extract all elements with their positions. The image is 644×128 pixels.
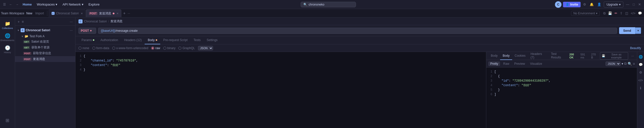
request-item-send[interactable]: POST 发送消息 — [15, 56, 75, 62]
panel-new-button[interactable]: + — [17, 19, 20, 24]
tab-body[interactable]: Body — [145, 36, 160, 44]
search-input[interactable] — [309, 3, 346, 6]
option-none[interactable]: none — [78, 46, 89, 50]
tab-request-close[interactable]: ✕ — [116, 12, 118, 15]
folder-chevron-icon: ▼ — [21, 35, 24, 38]
send-button[interactable]: Send — [619, 27, 635, 34]
environment-selector[interactable]: No Environment ▾ — [571, 11, 600, 16]
option-urlencoded[interactable]: x-www-form-urlencoded — [112, 46, 148, 50]
panel-more-button[interactable]: ··· — [69, 19, 73, 24]
beautify-button[interactable]: Beautify — [630, 46, 641, 50]
sidebar-item-collections[interactable]: 📁 Collections — [2, 20, 13, 31]
toolbar-share-icon[interactable]: ⇧ — [619, 10, 624, 16]
option-form-data[interactable]: form-data — [92, 46, 109, 50]
nav-explore[interactable]: Explore — [87, 2, 102, 7]
navbar: ☰ ← → Home Workspaces ▾ API Network ▾ Ex… — [0, 0, 644, 9]
tab-params[interactable]: Params — [78, 36, 97, 44]
view-tab-raw[interactable]: Raw — [501, 61, 511, 66]
request-area: C Chronocat Satori / 发送消息 POST ▾ {{baseU… — [75, 18, 644, 128]
resp-tab-body-alt[interactable]: Body — [488, 52, 500, 60]
method-post-badge-2: POST — [23, 58, 31, 61]
option-graphql[interactable]: GraphQL — [178, 46, 195, 50]
view-tab-pretty[interactable]: Pretty — [488, 61, 500, 66]
upgrade-button[interactable]: Upgrade ▾ — [604, 2, 623, 8]
toolbar-panel-icon[interactable]: ◫ — [624, 10, 629, 16]
nav-workspaces[interactable]: Workspaces ▾ — [35, 2, 59, 7]
sub-folder[interactable]: ▼ 📂 Test Fork A — [15, 34, 75, 39]
response-format-selector[interactable]: JSON — [606, 61, 621, 66]
tab-collection-close[interactable]: ✕ — [81, 12, 83, 15]
close-icon[interactable]: ✕ — [637, 2, 642, 7]
response-wrap-button[interactable]: ≡ — [633, 62, 635, 66]
format-selector[interactable]: JSON Text XML HTML — [198, 46, 213, 50]
resp-tab-headers[interactable]: Headers (7) — [528, 52, 548, 60]
right-panel-globe-icon[interactable]: 🌐 — [638, 54, 644, 60]
response-more-button[interactable]: ··· — [630, 53, 635, 59]
tab-authorization[interactable]: Authorization — [97, 36, 121, 44]
request-item-satori[interactable]: GET Satori 欢迎页 — [15, 39, 75, 45]
tab-pre-request[interactable]: Pre-request Script — [160, 36, 191, 44]
tab-settings[interactable]: Settings — [204, 36, 221, 44]
tab-collection[interactable]: C Chronocat Satori ✕ — [49, 10, 86, 17]
new-button[interactable]: New — [25, 11, 33, 16]
tab-tests[interactable]: Tests — [190, 36, 204, 44]
sidebar-apis-button[interactable]: ⊞ — [2, 115, 13, 126]
sidebar-bottom: ⊞ — [2, 115, 13, 128]
sidebar-item-history[interactable]: 🕐 History — [2, 44, 13, 55]
invite-button[interactable]: 👤 Invite — [563, 2, 581, 7]
settings-icon[interactable]: ⚙ — [582, 2, 587, 7]
radio-formdata-icon — [92, 47, 95, 50]
new-tab-icon[interactable]: ⧉ — [602, 10, 607, 16]
save-example-button[interactable]: 💾 Save as example — [600, 52, 628, 60]
api-network-arrow-icon: ▾ — [82, 3, 84, 6]
collection-more-button[interactable]: ··· — [69, 28, 73, 33]
send-arrow-button[interactable]: ▾ — [635, 27, 641, 34]
import-button[interactable]: Import — [34, 11, 45, 16]
collection-root[interactable]: ▼ C Chronocat Satori ··· — [15, 27, 75, 34]
method-get-badge: GET — [23, 40, 30, 43]
tab-more-button[interactable]: ··· — [128, 12, 130, 15]
tab-add-button[interactable]: + — [122, 11, 127, 16]
tab-headers[interactable]: Headers (12) — [121, 36, 145, 44]
menu-icon[interactable]: ☰ — [2, 2, 7, 7]
option-binary[interactable]: binary — [163, 46, 176, 50]
bell-icon[interactable]: 🔔 — [589, 2, 595, 7]
resp-tab-cookies[interactable]: Cookies — [512, 52, 528, 60]
body-options: none form-data x-www-form-urlencoded raw… — [75, 44, 644, 52]
resp-line-1: 1 [ — [487, 70, 636, 74]
back-icon[interactable]: ← — [8, 2, 13, 7]
method-selector[interactable]: POST ▾ — [78, 28, 96, 34]
resp-tab-body[interactable]: Body — [500, 52, 512, 60]
maximize-icon[interactable]: □ — [632, 2, 636, 7]
resp-line-5: 5 } — [487, 88, 636, 92]
toolbar-comment-icon[interactable]: 💬 — [637, 10, 643, 16]
right-panel-info-icon[interactable]: ℹ — [639, 85, 642, 91]
minimize-icon[interactable]: — — [625, 2, 630, 7]
sidebar-item-environments[interactable]: 🌐 Environments — [2, 32, 13, 43]
forward-icon[interactable]: → — [14, 2, 20, 7]
nav-api-network[interactable]: API Network ▾ — [60, 2, 85, 7]
right-panel-code-icon[interactable]: </> — [637, 77, 644, 83]
response-tabs-bar: Body Body Cookies Headers (7) Test Resul… — [486, 52, 637, 60]
view-tab-visualize[interactable]: Visualize — [528, 61, 544, 66]
tab-request[interactable]: POST 发送消息 ✕ — [86, 10, 121, 17]
code-editor[interactable]: 1 { 2 "channel_id": "745707610", 3 "cont… — [75, 52, 486, 128]
request-item-resource[interactable]: GET 获取单个资源 — [15, 45, 75, 50]
nav-home[interactable]: Home — [21, 2, 34, 7]
right-panel-comment-icon[interactable]: 💬 — [638, 62, 644, 68]
history-icon: 🕐 — [5, 45, 10, 51]
response-copy-button[interactable]: ⧉ — [624, 61, 627, 66]
toolbar-save-icon[interactable]: 💾 — [607, 10, 613, 16]
right-panel-settings-icon[interactable]: ⚙ — [638, 70, 643, 75]
resp-line-2: 2 { — [487, 74, 636, 79]
user-icon[interactable]: 👤 — [596, 2, 602, 7]
breadcrumb-collection[interactable]: Chronocat Satori — [84, 20, 107, 23]
request-item-login[interactable]: POST 获取登录信息 — [15, 50, 75, 56]
resp-tab-test-results[interactable]: Test Results — [548, 52, 569, 60]
response-search-button[interactable]: 🔍 — [628, 62, 632, 66]
view-tab-preview[interactable]: Preview — [512, 61, 527, 66]
panel-list-button[interactable]: ≡ — [21, 19, 24, 24]
toolbar-code-icon[interactable]: </> — [630, 10, 636, 16]
toolbar-edit-icon[interactable]: ✏ — [614, 10, 618, 16]
option-raw[interactable]: raw — [151, 46, 160, 50]
